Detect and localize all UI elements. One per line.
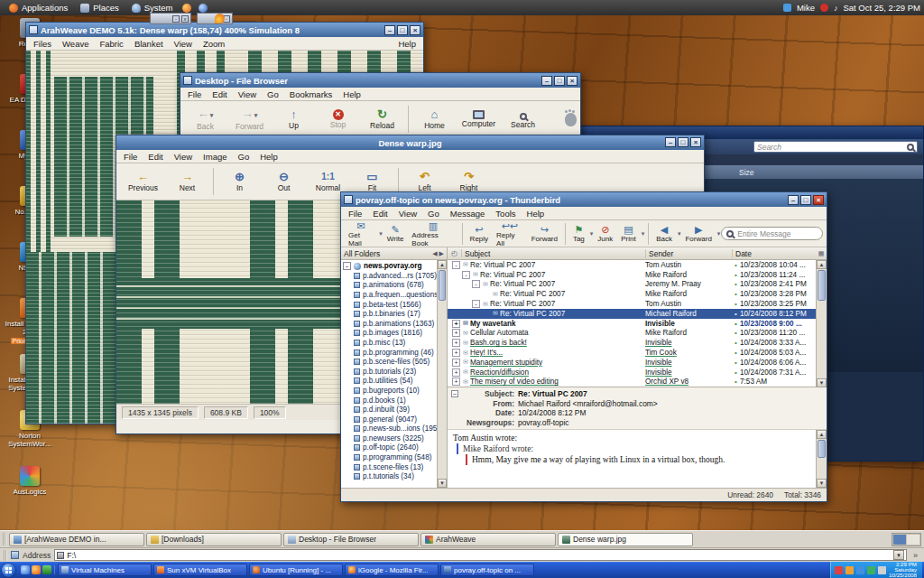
quick-launch-icon[interactable]	[21, 565, 30, 574]
help-launcher-icon[interactable]	[199, 4, 208, 13]
panel-clock[interactable]: Sat Oct 25, 2:29 PM	[843, 3, 920, 13]
panel-handle[interactable]	[3, 533, 6, 545]
menu-item[interactable]: View	[233, 89, 262, 99]
up-button[interactable]: ↑ Up	[273, 103, 315, 135]
tray-icon[interactable]	[835, 566, 843, 574]
read-indicator-icon[interactable]	[732, 320, 740, 328]
scroll-down-icon[interactable]: ▼	[438, 479, 447, 488]
menu-item[interactable]: Go	[422, 209, 445, 219]
message-row[interactable]: Re: Virtual PC 2007 Michael Raiford 10/2…	[448, 309, 816, 319]
back-button[interactable]: ◀ Back	[652, 221, 676, 246]
notification-tray-icon[interactable]	[820, 4, 828, 12]
read-indicator-icon[interactable]	[732, 329, 740, 337]
menu-item[interactable]: File	[182, 89, 207, 99]
stop-button[interactable]: ✕ Stop	[317, 103, 359, 135]
window-list-button[interactable]: Dense warp.jpg	[558, 533, 693, 546]
read-indicator-icon[interactable]	[732, 310, 740, 318]
panel-menu[interactable]: Applications	[4, 0, 73, 15]
menu-item[interactable]: Bookmarks	[284, 89, 338, 99]
scroll-down-icon[interactable]: ▼	[817, 479, 827, 488]
thread-twisty-icon[interactable]: +	[452, 378, 460, 386]
minimize-button[interactable]: –	[384, 25, 395, 35]
close-button[interactable]: ×	[410, 25, 420, 35]
thread-twisty-icon[interactable]: +	[452, 359, 460, 367]
thread-twisty-icon[interactable]: +	[452, 339, 460, 347]
folder-item[interactable]: p.b.scene-files (505)	[341, 357, 437, 367]
menu-item[interactable]: Go	[233, 152, 255, 162]
dropdown-arrow-icon[interactable]: ▾	[590, 230, 594, 238]
dropdown-arrow-icon[interactable]: ▾	[642, 230, 645, 238]
folder-item[interactable]: p.general (9047)	[341, 415, 437, 424]
folder-item[interactable]: p.off-topic (2640)	[341, 443, 437, 453]
folder-item[interactable]: p.b.programming (46)	[341, 348, 437, 358]
workspace-switcher[interactable]	[892, 533, 921, 546]
read-indicator-icon[interactable]	[732, 271, 740, 279]
thread-twisty-icon[interactable]: +	[452, 349, 460, 357]
close-button[interactable]: ×	[813, 195, 824, 205]
taskbar-button[interactable]: Virtual Machines	[58, 564, 152, 576]
back-button[interactable]: ←▾ Back	[184, 103, 226, 135]
minimize-button[interactable]: –	[665, 137, 676, 147]
message-search-input[interactable]: Entire Message	[721, 227, 823, 240]
tray-icon[interactable]	[867, 566, 875, 574]
message-row[interactable]: + Hey! It's... Tim Cook 10/24/2008 5:03 …	[448, 348, 816, 358]
folder-item[interactable]: p.t.scene-files (13)	[341, 462, 437, 472]
column-header-date[interactable]: Date	[733, 249, 816, 258]
message-row[interactable]: - Re: Virtual PC 2007 Tom Austin 10/23/2…	[448, 260, 816, 270]
write-button[interactable]: ✎ Write	[383, 221, 408, 246]
message-row[interactable]: - Re: Virtual PC 2007 Tom Austin 10/23/2…	[448, 299, 816, 309]
next-button[interactable]: → Next	[166, 165, 208, 198]
read-indicator-icon[interactable]	[732, 359, 740, 367]
column-header-sender[interactable]: Sender	[646, 249, 733, 258]
window-list-button[interactable]: ArahWeave	[420, 533, 556, 546]
thunderbird-titlebar[interactable]: povray.off-topic on news.povray.org - Th…	[341, 192, 827, 207]
notification-flame-icon[interactable]	[215, 14, 225, 23]
tray-icon[interactable]	[856, 566, 864, 574]
menu-item[interactable]: File	[343, 209, 367, 219]
previous-button[interactable]: ← Previous	[122, 165, 164, 198]
explorer-search-input[interactable]: Search	[753, 141, 918, 153]
folder-scrollbar[interactable]: ▲ ▼	[437, 260, 447, 488]
taskbar-button[interactable]: Ubuntu [Running] - ...	[249, 564, 343, 576]
message-row[interactable]: + Reaction/diffusion Invisible 10/24/200…	[448, 368, 816, 378]
tray-icon[interactable]	[878, 566, 886, 574]
menu-item[interactable]: Blanket	[129, 39, 169, 49]
message-row[interactable]: - Re: Virtual PC 2007 Mike Raiford 10/23…	[448, 270, 816, 280]
folder-item[interactable]: p.b.t.binaries (17)	[341, 309, 437, 319]
folder-item[interactable]: p.t.tutorials (34)	[341, 471, 437, 481]
folder-item[interactable]: p.d.books (1)	[341, 396, 437, 406]
folder-item[interactable]: p.newusers (3225)	[341, 434, 437, 443]
print-button[interactable]: ▤ Print	[617, 221, 639, 246]
message-row[interactable]: + My wavetank Invisible 10/23/2008 9:00 …	[448, 319, 816, 329]
folder-item[interactable]: p.bugreports (10)	[341, 386, 437, 396]
message-row[interactable]: + The misery of video editing Orchid XP …	[448, 378, 816, 387]
forward-button[interactable]: →▾ Forward	[228, 103, 271, 135]
message-body[interactable]: Tom Austin wrote: Mike Raiford wrote: Hm…	[448, 430, 827, 488]
menu-item[interactable]: View	[393, 209, 422, 219]
scroll-up-icon[interactable]: ▲	[438, 260, 447, 269]
menu-item[interactable]: Image	[198, 152, 232, 162]
quick-launch-icon[interactable]	[42, 565, 51, 574]
scroll-up-icon[interactable]: ▲	[817, 430, 827, 439]
read-indicator-icon[interactable]	[732, 378, 740, 386]
thread-twisty-icon[interactable]: +	[452, 320, 460, 328]
read-indicator-icon[interactable]	[732, 349, 740, 357]
menu-item[interactable]: View	[169, 152, 198, 162]
image-viewer-titlebar[interactable]: Dense warp.jpg – □ ×	[116, 135, 704, 150]
menu-item[interactable]: Edit	[143, 152, 168, 162]
collapse-headers-icon[interactable]	[451, 390, 458, 397]
menu-item-help[interactable]: Help	[393, 39, 421, 49]
workspace-cell[interactable]	[893, 535, 906, 545]
get-mail-button[interactable]: ✉ Get Mail	[345, 221, 377, 246]
taskbar-button[interactable]: Sun xVM VirtualBox	[153, 564, 247, 576]
menu-item[interactable]: Files	[28, 39, 57, 49]
thread-column-icon[interactable]: ◴	[448, 249, 462, 257]
column-header-subject[interactable]: Subject	[462, 249, 646, 258]
scroll-down-icon[interactable]: ▼	[817, 378, 827, 387]
address-book-button[interactable]: ▥ Address Book	[408, 221, 457, 246]
toolbar-chevron-icon[interactable]: »	[910, 551, 920, 560]
thread-twisty-icon[interactable]: +	[452, 368, 460, 377]
window-list-button[interactable]: Desktop - File Browser	[283, 533, 419, 546]
account-row[interactable]: - news.povray.org	[341, 261, 437, 271]
junk-button[interactable]: ⊘ Junk	[594, 221, 616, 246]
